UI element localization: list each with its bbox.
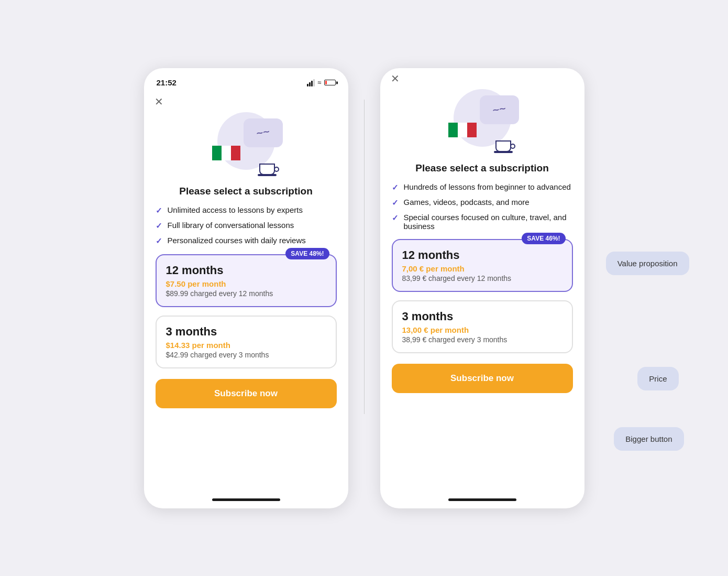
speech-bubble: ~~ [480, 95, 519, 124]
feature-item: ✓ Personalized courses with daily review… [156, 236, 337, 246]
status-time: 21:52 [157, 78, 177, 87]
plan-months: 3 months [166, 325, 326, 339]
plan-3-card[interactable]: 3 months 13,00 € per month 38,99 € charg… [392, 300, 573, 353]
save-badge: SAVE 46%! [522, 233, 565, 244]
check-icon: ✓ [392, 198, 399, 208]
feature-text: Special courses focused on culture, trav… [404, 213, 573, 231]
plan-months: 12 months [402, 248, 562, 262]
close-button[interactable]: ✕ [380, 68, 410, 89]
left-phone: 21:52 ≈ ✕ [144, 68, 348, 508]
home-indicator [212, 498, 280, 501]
italian-flag [212, 146, 240, 160]
price-callout: Price [637, 367, 678, 390]
check-icon: ✓ [392, 183, 399, 192]
illustration: ~~ [156, 112, 337, 175]
plan-12-card[interactable]: SAVE 46%! 12 months 7,00 € per month 83,… [392, 239, 573, 292]
check-icon: ✓ [156, 221, 162, 231]
bigger-button-label: Bigger button [625, 434, 672, 443]
check-icon: ✓ [156, 236, 162, 246]
home-indicator [448, 498, 516, 501]
bigger-button-callout: Bigger button [614, 427, 683, 451]
plan-total: $42.99 charged every 3 months [166, 351, 326, 359]
illustration: ~~ [392, 89, 573, 152]
plan-total: 38,99 € charged every 3 months [402, 335, 562, 344]
feature-text: Unlimited access to lessons by experts [168, 205, 303, 214]
plan-price-per-month: 13,00 € per month [402, 325, 562, 334]
feature-item: ✓ Hundreds of lessons from beginner to a… [392, 182, 573, 192]
status-bar: 21:52 ≈ [144, 68, 348, 91]
section-title: Please select a subscription [392, 162, 573, 174]
feature-item: ✓ Full library of conversational lessons [156, 221, 337, 231]
feature-item: ✓ Unlimited access to lessons by experts [156, 205, 337, 215]
right-phone: ✕ ~~ [380, 68, 584, 508]
divider [364, 100, 365, 414]
coffee-cup [495, 135, 516, 152]
feature-text: Hundreds of lessons from beginner to adv… [404, 182, 571, 191]
value-proposition-label: Value proposition [617, 259, 678, 268]
feature-text: Games, videos, podcasts, and more [404, 198, 530, 207]
coffee-cup [259, 158, 280, 175]
price-label: Price [649, 374, 667, 383]
check-icon: ✓ [392, 213, 399, 223]
plan-price-per-month: $14.33 per month [166, 341, 326, 350]
plan-12-card[interactable]: SAVE 48%! 12 months $7.50 per month $89.… [156, 254, 337, 307]
plan-price-per-month: 7,00 € per month [402, 264, 562, 273]
close-button[interactable]: ✕ [144, 91, 174, 112]
phone-content: ~~ [380, 89, 584, 493]
wifi-icon: ≈ [317, 79, 321, 86]
squiggle-icon: ~~ [255, 125, 271, 140]
status-icons: ≈ [307, 79, 335, 86]
features-list: ✓ Hundreds of lessons from beginner to a… [392, 182, 573, 231]
phone-content: ~~ Please select a sub [144, 112, 348, 493]
squiggle-icon: ~~ [491, 102, 507, 117]
value-proposition-callout: Value proposition [606, 252, 689, 275]
italian-flag [448, 123, 477, 137]
plan-months: 3 months [402, 310, 562, 323]
plan-months: 12 months [166, 264, 326, 277]
subscribe-button[interactable]: Subscribe now [392, 364, 573, 393]
signal-icon [307, 79, 315, 86]
right-phone-container: ✕ ~~ [380, 68, 584, 508]
plan-total: $89.99 charged every 12 months [166, 289, 326, 298]
features-list: ✓ Unlimited access to lessons by experts… [156, 205, 337, 246]
plan-price-per-month: $7.50 per month [166, 279, 326, 288]
check-icon: ✓ [156, 206, 162, 215]
subscribe-button[interactable]: Subscribe now [156, 379, 337, 408]
feature-item: ✓ Games, videos, podcasts, and more [392, 198, 573, 208]
feature-item: ✓ Special courses focused on culture, tr… [392, 213, 573, 231]
section-title: Please select a subscription [156, 186, 337, 197]
plan-total: 83,99 € charged every 12 months [402, 274, 562, 282]
battery-icon [324, 80, 336, 85]
speech-bubble: ~~ [244, 118, 283, 147]
plan-3-card[interactable]: 3 months $14.33 per month $42.99 charged… [156, 316, 337, 368]
save-badge: SAVE 48%! [285, 248, 329, 259]
feature-text: Personalized courses with daily reviews [168, 236, 306, 245]
feature-text: Full library of conversational lessons [168, 221, 294, 230]
